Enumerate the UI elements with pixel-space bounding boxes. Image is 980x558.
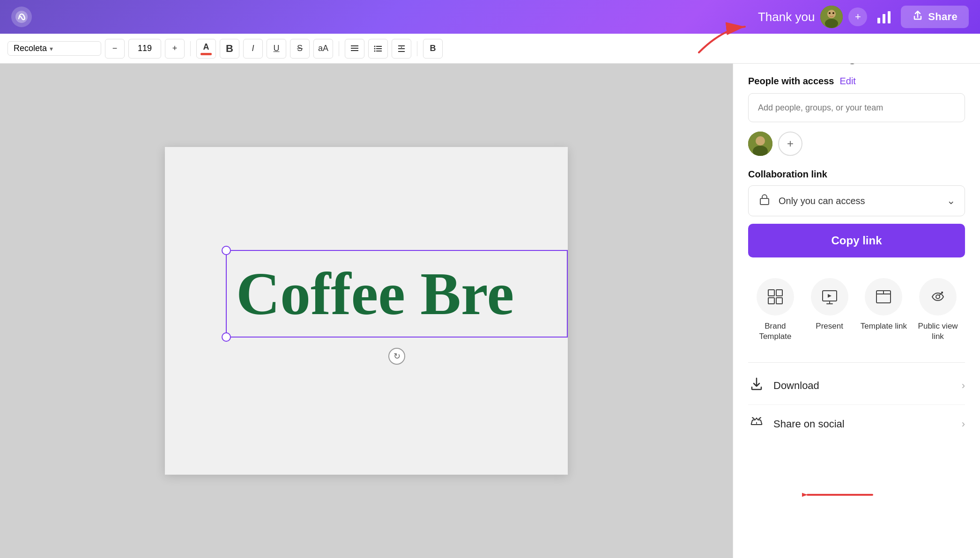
font-color-button[interactable]: A	[196, 39, 216, 59]
strikethrough-button[interactable]: S	[290, 39, 310, 59]
divider-1	[190, 41, 191, 56]
public-view-link-option[interactable]: Public view link	[911, 271, 965, 349]
font-size-decrease[interactable]: −	[105, 39, 125, 59]
design-title: Thank you	[758, 10, 815, 24]
divider-3	[417, 41, 417, 56]
user-avatar-small	[748, 132, 772, 156]
template-link-option[interactable]: Template link	[857, 271, 911, 349]
topbar: Thank you +	[0, 0, 980, 34]
svg-point-4	[829, 12, 831, 14]
share-social-icon	[748, 415, 765, 433]
share-options: BrandTemplate Present	[748, 271, 965, 349]
font-color-icon: A	[203, 42, 209, 52]
add-button[interactable]: +	[848, 7, 867, 26]
svg-rect-7	[883, 14, 885, 23]
share-panel: Share this design People with access Edi…	[733, 34, 980, 558]
svg-point-12	[374, 45, 376, 47]
svg-point-22	[756, 136, 765, 146]
font-size-increase[interactable]: +	[165, 39, 185, 59]
divider-2	[339, 41, 339, 56]
collab-dropdown[interactable]: Only you can access ⌄	[748, 185, 965, 216]
svg-point-3	[825, 19, 838, 28]
copy-link-button[interactable]: Copy link	[748, 224, 965, 257]
edit-link[interactable]: Edit	[839, 76, 855, 87]
download-icon	[748, 377, 765, 394]
user-avatar[interactable]	[820, 6, 843, 28]
people-access-row: People with access Edit	[748, 76, 965, 87]
more-button[interactable]: B	[423, 39, 443, 59]
brand-template-option[interactable]: BrandTemplate	[748, 271, 802, 349]
analytics-button[interactable]	[873, 6, 895, 28]
coffee-text[interactable]: Coffee Bre	[236, 260, 557, 327]
template-link-label: Template link	[861, 321, 907, 331]
add-people-input[interactable]	[748, 93, 965, 122]
add-user-button[interactable]: +	[778, 132, 802, 156]
canvas-page[interactable]: Coffee Bre ↻	[165, 147, 568, 475]
share-icon	[912, 10, 923, 24]
font-color-bar	[200, 53, 212, 55]
svg-rect-28	[776, 298, 782, 304]
public-view-link-label: Public view link	[914, 321, 961, 342]
svg-rect-24	[760, 198, 769, 205]
share-social-label: Share on social	[773, 418, 953, 430]
canva-logo[interactable]	[11, 7, 32, 27]
topbar-right: Thank you +	[758, 6, 969, 28]
case-button[interactable]: aA	[313, 39, 333, 59]
font-selector[interactable]: Recoleta ▾	[7, 41, 101, 56]
present-option[interactable]: Present	[802, 271, 857, 349]
font-name: Recoleta	[14, 44, 47, 53]
svg-rect-25	[768, 290, 774, 296]
template-link-icon	[865, 278, 902, 316]
collab-link-label: Collaboration link	[748, 169, 965, 180]
lock-icon	[758, 193, 771, 209]
svg-point-14	[374, 48, 376, 49]
spacing-button[interactable]	[392, 39, 411, 59]
align-button[interactable]	[345, 39, 364, 59]
download-label: Download	[773, 380, 953, 392]
panel-divider	[748, 362, 965, 363]
brand-template-icon	[757, 278, 794, 316]
underline-button[interactable]: U	[267, 39, 286, 59]
text-block[interactable]: Coffee Bre ↻	[226, 250, 568, 338]
people-access-label: People with access	[748, 76, 834, 87]
italic-button[interactable]: I	[243, 39, 263, 59]
svg-rect-27	[768, 298, 774, 304]
avatar-row: +	[748, 132, 965, 156]
share-label: Share	[928, 11, 958, 23]
list-button[interactable]	[368, 39, 388, 59]
download-row[interactable]: Download ›	[748, 367, 965, 405]
svg-rect-8	[888, 11, 891, 23]
svg-point-16	[374, 50, 376, 51]
download-chevron: ›	[962, 380, 965, 392]
font-dropdown-chevron: ▾	[50, 45, 53, 52]
svg-rect-6	[877, 18, 880, 23]
present-label: Present	[816, 321, 843, 331]
share-social-row[interactable]: Share on social ›	[748, 405, 965, 443]
toolbar: Recoleta ▾ − 119 + A B I U S aA	[0, 34, 980, 64]
public-view-link-icon	[919, 278, 957, 316]
collab-status: Only you can access	[779, 196, 939, 206]
present-icon	[811, 278, 848, 316]
collab-dropdown-chevron: ⌄	[947, 195, 955, 207]
share-button[interactable]: Share	[901, 6, 969, 28]
canvas-area: Coffee Bre ↻	[0, 64, 733, 558]
svg-point-33	[936, 295, 940, 299]
topbar-left	[11, 7, 32, 27]
share-social-chevron: ›	[962, 418, 965, 430]
svg-point-5	[832, 12, 834, 14]
selection-handle-bl[interactable]	[222, 332, 231, 342]
svg-rect-26	[776, 290, 782, 296]
font-size-value[interactable]: 119	[128, 39, 161, 59]
rotate-handle[interactable]: ↻	[388, 348, 405, 365]
brand-template-label: BrandTemplate	[759, 321, 791, 342]
selection-handle-tl[interactable]	[222, 246, 231, 255]
bold-button[interactable]: B	[220, 39, 239, 59]
